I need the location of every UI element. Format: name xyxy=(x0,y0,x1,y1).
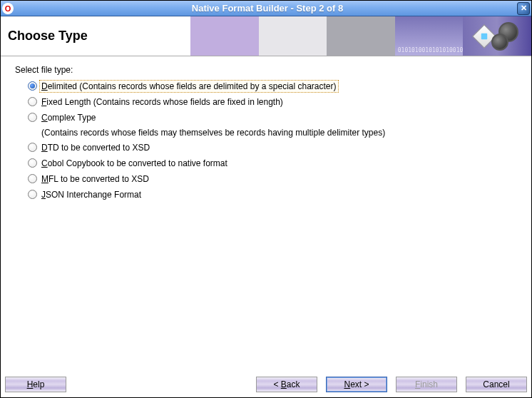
gear-icon xyxy=(476,22,518,51)
radio-input[interactable] xyxy=(28,174,37,183)
banner-stripe xyxy=(463,16,531,56)
window-title: Native Format Builder - Step 2 of 8 xyxy=(18,3,517,14)
radio-option-0[interactable]: Delimited (Contains records whose fields… xyxy=(28,81,520,92)
banner-stripe xyxy=(259,16,327,56)
radio-input[interactable] xyxy=(28,158,37,168)
page-heading: Choose Type xyxy=(8,29,88,44)
finish-button: Finish xyxy=(396,377,457,392)
banner-heading-area: Choose Type xyxy=(1,16,190,56)
radio-input[interactable] xyxy=(28,190,37,199)
radio-label[interactable]: Delimited (Contains records whose fields… xyxy=(39,80,339,93)
banner-stripe xyxy=(190,16,259,56)
cancel-button[interactable]: Cancel xyxy=(466,377,527,392)
select-file-type-label: Select file type: xyxy=(15,65,520,75)
radio-input[interactable] xyxy=(28,113,37,122)
radio-label[interactable]: Cobol Copybook to be converted to native… xyxy=(41,158,227,169)
radio-option-6[interactable]: JSON Interchange Format xyxy=(28,189,520,200)
radio-label[interactable]: DTD to be converted to XSD xyxy=(41,142,150,153)
close-button[interactable]: ✕ xyxy=(517,2,530,15)
help-button[interactable]: Help xyxy=(5,377,66,392)
radio-option-4[interactable]: Cobol Copybook to be converted to native… xyxy=(28,158,520,169)
content-area: Select file type: Delimited (Contains re… xyxy=(1,56,531,376)
radio-option-5[interactable]: MFL to be converted to XSD xyxy=(28,173,520,185)
titlebar: O Native Format Builder - Step 2 of 8 ✕ xyxy=(1,1,531,16)
radio-sublabel: (Contains records whose fields may thems… xyxy=(41,128,520,138)
radio-input[interactable] xyxy=(28,143,37,152)
radio-label[interactable]: JSON Interchange Format xyxy=(41,189,141,200)
radio-label[interactable]: MFL to be converted to XSD xyxy=(41,173,149,185)
next-button[interactable]: Next > xyxy=(326,377,387,392)
banner-graphic: 0101010010101010010101 xyxy=(190,16,531,56)
wizard-banner: Choose Type 0101010010101010010101 xyxy=(1,16,531,56)
radio-option-2[interactable]: Complex Type xyxy=(28,112,520,123)
back-button[interactable]: < Back xyxy=(256,377,317,392)
banner-binary-text: 0101010010101010010101 xyxy=(398,47,474,53)
radio-input[interactable] xyxy=(28,81,37,91)
radio-option-3[interactable]: DTD to be converted to XSD xyxy=(28,142,520,153)
banner-stripe: 0101010010101010010101 xyxy=(395,16,464,56)
file-type-radio-group: Delimited (Contains records whose fields… xyxy=(15,81,520,200)
banner-stripe xyxy=(327,16,395,56)
app-icon: O xyxy=(2,3,14,14)
radio-label[interactable]: Fixed Length (Contains records whose fie… xyxy=(41,96,283,108)
radio-option-1[interactable]: Fixed Length (Contains records whose fie… xyxy=(28,96,520,108)
radio-label[interactable]: Complex Type xyxy=(41,112,96,123)
radio-input[interactable] xyxy=(28,97,37,106)
wizard-button-bar: Help < Back Next > Finish Cancel xyxy=(1,376,531,397)
